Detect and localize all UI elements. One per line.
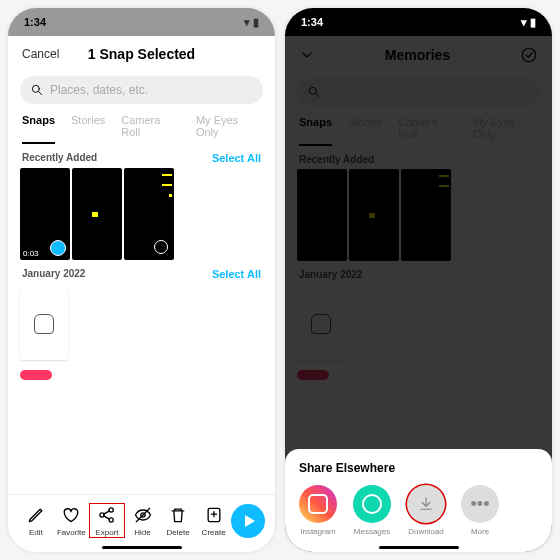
share-sheet: Share Elsewhere Instagram Messages Downl… (285, 449, 552, 552)
create-button[interactable]: Create (196, 504, 232, 537)
tab-my-eyes-only[interactable]: My Eyes Only (196, 114, 261, 144)
select-all-button[interactable]: Select All (212, 268, 261, 280)
header: Cancel 1 Snap Selected (8, 36, 275, 72)
heart-icon (61, 505, 81, 525)
pencil-icon (26, 505, 46, 525)
status-time: 1:34 (24, 16, 46, 28)
record-pill-icon (20, 370, 52, 380)
status-bar: 1:34 ▾ ▮ (285, 8, 552, 36)
hide-button[interactable]: Hide (125, 504, 161, 537)
thumbnails-row: 0:03 (8, 168, 275, 260)
download-icon (407, 485, 445, 523)
share-messages[interactable]: Messages (353, 485, 391, 536)
home-indicator (379, 546, 459, 549)
section-label: Recently Added (22, 152, 97, 164)
status-bar: 1:34 ▾ ▮ (8, 8, 275, 36)
phone-left: 1:34 ▾ ▮ Cancel 1 Snap Selected Places, … (8, 8, 275, 552)
header-title: 1 Snap Selected (88, 46, 195, 62)
share-download[interactable]: Download (407, 485, 445, 536)
search-placeholder: Places, dates, etc. (50, 83, 148, 97)
section-label: January 2022 (22, 268, 85, 280)
search-icon (30, 83, 44, 97)
select-circle-icon (154, 240, 168, 254)
tab-camera-roll[interactable]: Camera Roll (121, 114, 180, 144)
cancel-button[interactable]: Cancel (22, 47, 59, 61)
share-row: Instagram Messages Download ••• More (299, 485, 538, 536)
trash-icon (168, 505, 188, 525)
wifi-icon: ▾ (244, 16, 250, 29)
section-recent-head: Recently Added Select All (8, 144, 275, 168)
wifi-icon: ▾ (521, 16, 527, 29)
section-jan-head: January 2022 Select All (8, 260, 275, 284)
status-time: 1:34 (301, 16, 323, 28)
tab-stories[interactable]: Stories (71, 114, 105, 144)
delete-button[interactable]: Delete (160, 504, 196, 537)
status-icons: ▾ ▮ (244, 16, 259, 29)
snap-thumbnail-jan[interactable] (20, 288, 68, 360)
favorite-button[interactable]: Favorite (54, 504, 90, 537)
svg-line-1 (39, 92, 42, 95)
svg-line-5 (104, 511, 110, 514)
status-icons: ▾ ▮ (521, 16, 536, 29)
snap-thumbnail-3[interactable] (124, 168, 174, 260)
ghost-icon (34, 314, 54, 334)
svg-point-0 (32, 85, 39, 92)
battery-icon: ▮ (253, 16, 259, 29)
duration-label: 0:03 (23, 249, 39, 258)
share-icon (97, 505, 117, 525)
svg-line-6 (104, 516, 110, 519)
export-button[interactable]: Export (89, 503, 125, 538)
send-button[interactable] (231, 504, 265, 538)
tab-snaps[interactable]: Snaps (22, 114, 55, 144)
snap-thumbnail-2[interactable] (72, 168, 122, 260)
sheet-title: Share Elsewhere (299, 461, 538, 475)
home-indicator (102, 546, 182, 549)
eye-off-icon (133, 505, 153, 525)
search-input[interactable]: Places, dates, etc. (20, 76, 263, 104)
more-icon: ••• (461, 485, 499, 523)
share-more[interactable]: ••• More (461, 485, 499, 536)
instagram-icon (299, 485, 337, 523)
bottom-toolbar: Edit Favorite Export Hide Delete Create (8, 494, 275, 552)
share-instagram[interactable]: Instagram (299, 485, 337, 536)
tabs: Snaps Stories Camera Roll My Eyes Only (8, 108, 275, 144)
edit-button[interactable]: Edit (18, 504, 54, 537)
battery-icon: ▮ (530, 16, 536, 29)
messages-icon (353, 485, 391, 523)
create-icon (204, 505, 224, 525)
phone-right: 1:34 ▾ ▮ Memories Snaps Stories Camera R… (285, 8, 552, 552)
snap-thumbnail-1[interactable]: 0:03 (20, 168, 70, 260)
select-all-button[interactable]: Select All (212, 152, 261, 164)
